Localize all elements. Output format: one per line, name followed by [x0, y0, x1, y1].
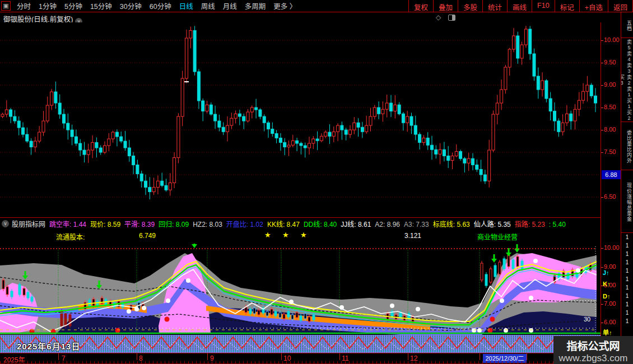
sliver-digit: 1	[621, 258, 633, 267]
indicator-value: 仙人路: 5.35	[474, 221, 511, 228]
pane-separator	[0, 217, 621, 218]
price-label: 8.50	[604, 104, 616, 110]
price-label: 9.00	[604, 81, 616, 88]
period-tab-多周期[interactable]: 多周期	[245, 1, 266, 11]
indicator-info-row: 流通股本:6.7493.121商业物业经营★★★	[0, 230, 601, 242]
price-label: 6.00	[604, 319, 616, 325]
indicator-value: A3: 7.33	[404, 221, 429, 228]
diamond-icon[interactable]: ◇	[436, 13, 441, 21]
title-bar: 御银股份(日线.前复权)∨ ◇	[0, 12, 621, 22]
price-label: 10.00	[604, 36, 620, 43]
indicator-value: KK线: 8.47	[267, 221, 300, 228]
window-panel-icon[interactable]: ▣	[1, 1, 11, 11]
bar-ticks	[0, 361, 601, 363]
period-tab-分时[interactable]: 分时	[17, 1, 31, 11]
price-axis[interactable]: 10.009.509.008.508.007.506.506.8810.009.…	[601, 22, 621, 353]
period-tab-15分钟[interactable]: 15分钟	[90, 1, 112, 11]
sliver-segment: 现价涨幅总量金	[621, 170, 633, 233]
watermark-url: www.zbgs3.com	[553, 353, 633, 364]
period-tab-月线[interactable]: 月线	[223, 1, 237, 11]
sliver-digit: 1	[621, 309, 633, 317]
bottom-oscillator-strip[interactable]: 2025年6月13日	[0, 335, 601, 353]
sliver-segment: 五档	[621, 12, 633, 38]
month-tick	[408, 353, 408, 360]
menu-统计[interactable]: 统计	[483, 0, 508, 12]
split-panel-icon[interactable]	[448, 15, 455, 21]
sliver-digit: 1	[621, 292, 633, 300]
price-label: 7.00	[604, 300, 616, 307]
svg-text:30: 30	[584, 316, 590, 323]
trading-app-window: ▣ 分时1分钟5分钟15分钟30分钟60分钟日线周线月线多周期更多 〉 复权叠加…	[0, 0, 633, 364]
indicator-source-label: 股朋指标网	[12, 219, 45, 228]
indicator-values: 跳空率: 1.44现价: 8.59平滑: 8.39回归: 8.09HZ2: 8.…	[49, 219, 570, 229]
menu-返回[interactable]: 返回	[608, 0, 633, 12]
period-tab-30分钟[interactable]: 30分钟	[120, 1, 142, 11]
month-tick	[480, 353, 480, 360]
period-toolbar: ▣ 分时1分钟5分钟15分钟30分钟60分钟日线周线月线多周期更多 〉 复权叠加…	[0, 0, 633, 12]
period-tab-日线[interactable]: 日线	[179, 1, 193, 11]
price-label: 9.50	[604, 59, 616, 66]
month-tick	[207, 353, 208, 360]
indicator-value: 开盘比: 1.02	[226, 221, 263, 228]
month-tick	[137, 353, 137, 360]
lower-indicator-chart[interactable]: 30	[0, 244, 601, 335]
menu-画线[interactable]: 画线	[508, 0, 532, 12]
indicator-value: 标底线: 5.63	[433, 221, 470, 228]
period-tab-周线[interactable]: 周线	[201, 1, 215, 11]
price-label: 8.00	[604, 126, 616, 133]
line-edge-label: 单↑	[603, 328, 612, 337]
sliver-digit: 1	[621, 283, 633, 292]
month-tick	[339, 353, 340, 360]
info-label: 6.749	[139, 232, 156, 240]
menu-标记[interactable]: 标记	[555, 0, 580, 12]
menu-+自选[interactable]: +自选	[580, 0, 608, 12]
month-tick	[281, 353, 282, 360]
indicator-value: 回归: 8.09	[159, 221, 189, 228]
date-axis[interactable]: 2025年7891011122025/12/30/二	[0, 353, 601, 364]
line-edge-label: J↑	[603, 269, 609, 276]
sliver-digit: 1	[621, 241, 633, 250]
star-icon: ★	[282, 231, 289, 239]
indicator-value: 指路: 5.23	[515, 221, 545, 228]
toolbar-right-menu: 复权叠加多股统计画线F10标记+自选返回	[408, 0, 633, 12]
menu-多股[interactable]: 多股	[458, 0, 483, 12]
main-candlestick-chart[interactable]	[0, 22, 601, 218]
sliver-segment: 委比量比内外	[621, 122, 633, 170]
indicator-value: A2: 8.96	[375, 221, 400, 228]
month-tick	[58, 353, 59, 360]
info-label: 商业物业经营	[477, 232, 518, 241]
info-label: 3.121	[404, 232, 421, 240]
sliver-digit: 1	[621, 267, 633, 275]
indicator-value: JJ线: 8.61	[341, 221, 371, 228]
period-tab-1分钟[interactable]: 1分钟	[39, 1, 57, 11]
indicator-value: HZ2: 8.03	[193, 221, 222, 228]
line-edge-label: K↑	[603, 281, 610, 287]
indicator-value: DD线: 8.40	[304, 221, 337, 228]
line-edge-label: D↑	[603, 293, 610, 300]
menu-F10[interactable]: F10	[532, 0, 555, 12]
price-label: 7.50	[604, 148, 616, 155]
period-tab-更多 〉[interactable]: 更多 〉	[273, 1, 296, 11]
right-quote-sliver-panel[interactable]: 五档卖5卖4卖3卖2卖1买1买2买3委比量比内外现价涨幅总量金111111111…	[621, 12, 633, 364]
menu-叠加[interactable]: 叠加	[434, 0, 458, 12]
indicator-value: 现价: 8.59	[90, 221, 120, 228]
period-tabs: 分时1分钟5分钟15分钟30分钟60分钟日线周线月线多周期更多 〉	[13, 1, 300, 11]
watermark-title: 指标公式网	[553, 338, 633, 353]
star-icon: ★	[264, 231, 271, 239]
month-tick	[527, 353, 527, 360]
price-label: 6.50	[604, 193, 616, 200]
sliver-digit: 1	[621, 250, 633, 258]
indicator-value: : 5.40	[549, 221, 566, 228]
price-label: 10.00	[604, 244, 620, 251]
period-tab-5分钟[interactable]: 5分钟	[64, 1, 82, 11]
menu-复权[interactable]: 复权	[409, 0, 434, 12]
sliver-digit: 1	[621, 275, 633, 283]
indicator-header-row: ∨ 股朋指标网 跳空率: 1.44现价: 8.59平滑: 8.39回归: 8.0…	[0, 218, 601, 229]
sliver-segment: 卖5卖4卖3卖2卖1买1买2买3	[621, 38, 633, 122]
current-price-badge: 6.88	[602, 170, 621, 179]
star-icon: ★	[300, 231, 307, 239]
collapse-indicator-icon[interactable]: ∨	[2, 220, 9, 227]
indicator-value: 跳空率: 1.44	[49, 221, 86, 228]
period-tab-60分钟[interactable]: 60分钟	[150, 1, 171, 11]
sliver-digit: 1	[621, 233, 633, 241]
